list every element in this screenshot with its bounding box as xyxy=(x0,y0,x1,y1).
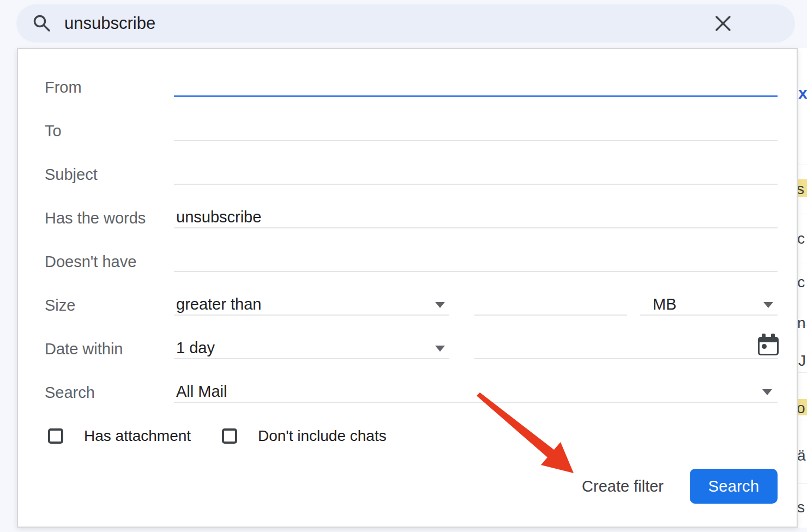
background-fragment: 'c xyxy=(798,274,805,291)
from-input[interactable] xyxy=(174,76,778,97)
calendar-icon[interactable] xyxy=(758,337,779,355)
chevron-down-icon[interactable] xyxy=(435,346,445,352)
exclude-chats-checkbox[interactable] xyxy=(222,428,237,444)
advanced-search-dialog: From To Subject Has the words Doesn't ha… xyxy=(17,48,798,528)
calendar-dot xyxy=(762,344,767,349)
doesnt-have-label: Doesn't have xyxy=(45,252,136,271)
background-fragment: ä xyxy=(798,447,806,464)
date-range-select[interactable]: 1 day xyxy=(174,338,449,359)
subject-input[interactable] xyxy=(174,164,778,185)
chevron-down-icon[interactable] xyxy=(762,389,772,395)
row-divider xyxy=(798,483,807,484)
background-fragment: x xyxy=(798,84,807,102)
date-input[interactable] xyxy=(474,338,778,359)
exclude-chats-label: Don't include chats xyxy=(258,427,387,445)
has-words-input[interactable] xyxy=(174,208,778,228)
background-fragment: J xyxy=(798,352,806,370)
background-fragment: s xyxy=(798,499,805,516)
search-scope-label: Search xyxy=(45,383,95,402)
background-fragment: n xyxy=(798,315,806,332)
search-icon xyxy=(32,14,52,33)
has-attachment-checkbox[interactable] xyxy=(48,428,63,444)
row-divider xyxy=(798,263,807,263)
size-unit-select[interactable]: MB xyxy=(640,295,778,316)
search-button[interactable]: Search xyxy=(690,469,778,504)
size-amount-input[interactable] xyxy=(474,295,627,316)
search-scope-select[interactable]: All Mail xyxy=(174,382,778,403)
search-bar[interactable]: unsubscribe xyxy=(16,4,795,43)
background-fragment: s xyxy=(798,180,804,198)
row-divider xyxy=(798,372,807,373)
gmail-advanced-search-screen: x s c 'c n J o ä s unsubscribe From To S… xyxy=(0,0,807,532)
row-divider xyxy=(798,420,807,420)
row-divider xyxy=(798,214,807,214)
date-within-label: Date within xyxy=(45,340,123,358)
size-label: Size xyxy=(45,296,75,315)
has-attachment-label: Has attachment xyxy=(84,427,191,445)
chevron-down-icon[interactable] xyxy=(763,302,773,308)
background-email-list-strip: x s c 'c n J o ä s xyxy=(798,48,807,528)
chevron-down-icon[interactable] xyxy=(435,302,445,308)
size-operator-select[interactable]: greater than xyxy=(174,295,449,316)
create-filter-button[interactable]: Create filter xyxy=(552,476,664,496)
has-words-label: Has the words xyxy=(45,209,146,227)
search-query-text[interactable]: unsubscribe xyxy=(64,4,155,43)
to-input[interactable] xyxy=(174,120,778,141)
background-fragment: o xyxy=(798,400,805,417)
close-icon[interactable] xyxy=(714,14,732,33)
subject-label: Subject xyxy=(45,165,98,184)
from-label: From xyxy=(45,78,82,96)
background-fragment: c xyxy=(798,230,805,247)
to-label: To xyxy=(45,122,62,140)
doesnt-have-input[interactable] xyxy=(174,251,778,272)
row-divider xyxy=(798,165,807,165)
